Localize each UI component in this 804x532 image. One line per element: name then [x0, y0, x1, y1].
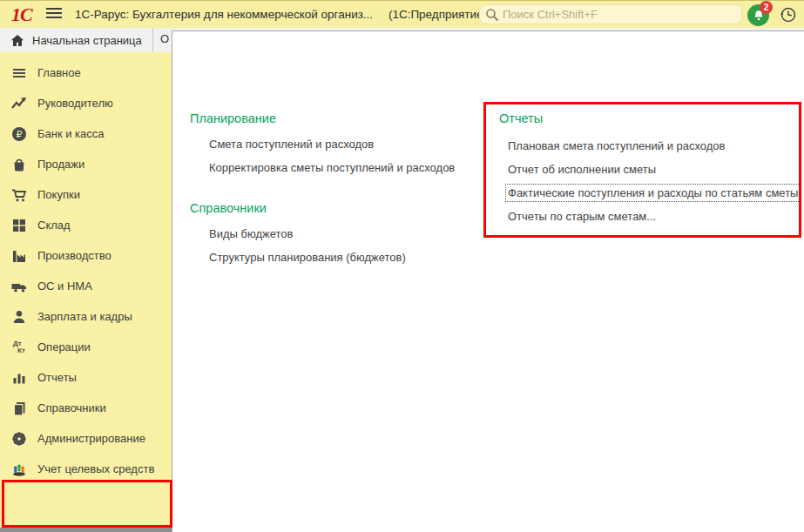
- tab-label: Начальная страница: [32, 34, 142, 47]
- sidebar-item-operations[interactable]: ДтКт Операции: [0, 332, 172, 362]
- sidebar-item-label: Главное: [37, 66, 81, 79]
- sidebar-item-label: Зарплата и кадры: [37, 310, 132, 323]
- factory-icon: [9, 246, 30, 266]
- sidebar-item-salary-hr[interactable]: Зарплата и кадры: [0, 301, 172, 332]
- person-icon: [9, 307, 30, 327]
- search-icon: [485, 8, 499, 22]
- tab-partial[interactable]: О: [160, 32, 169, 45]
- link-estimate-execution-report[interactable]: Отчет об исполнении сметы: [508, 163, 656, 176]
- sidebar-item-label: Учет целевых средств: [37, 462, 154, 475]
- link-actual-income-expense-report[interactable]: Фактические поступления и расходы по ста…: [505, 184, 801, 202]
- ruble-circle-icon: ₽: [9, 125, 30, 144]
- sidebar-item-label: Администрирование: [37, 432, 145, 445]
- window-title: 1С-Рарус: Бухгалтерия для некоммерческой…: [75, 8, 487, 21]
- section-title-planning: Планирование: [190, 111, 276, 125]
- gear-icon: [9, 429, 30, 448]
- trend-arrow-icon: [9, 94, 30, 113]
- link-old-estimates-reports[interactable]: Отчеты по старым сметам...: [508, 210, 656, 223]
- link-estimate-correction[interactable]: Корректировка сметы поступлений и расход…: [209, 161, 455, 174]
- sidebar-item-bank-cash[interactable]: ₽ Банк и касса: [0, 118, 172, 149]
- sidebar-item-production[interactable]: Производство: [0, 240, 172, 271]
- list-lines-icon: [9, 64, 30, 83]
- app-window: 1С 1С-Рарус: Бухгалтерия для некоммерчес…: [0, 0, 804, 532]
- app-name-suffix: (1С:Предприятие): [388, 8, 487, 21]
- sidebar-item-catalogs[interactable]: Справочники: [0, 393, 172, 423]
- sidebar-item-label: Операции: [37, 340, 91, 354]
- link-planned-estimate-report[interactable]: Плановая смета поступлений и расходов: [508, 139, 726, 152]
- bar-chart-icon: [9, 368, 30, 387]
- svg-text:₽: ₽: [17, 129, 23, 139]
- sidebar-item-main[interactable]: Главное: [0, 57, 172, 88]
- sidebar-item-administration[interactable]: Администрирование: [0, 423, 172, 454]
- tab-divider: [152, 28, 153, 52]
- sidebar-item-manager[interactable]: Руководителю: [0, 88, 172, 118]
- shopping-bag-icon: [9, 155, 30, 174]
- section-function-panel: [172, 30, 804, 532]
- history-button[interactable]: [779, 5, 798, 24]
- sidebar-item-label: Склад: [37, 219, 71, 232]
- sidebar-item-label: Продажи: [37, 158, 84, 171]
- window-bottom-edge: [0, 528, 172, 532]
- section-title-reports: Отчеты: [499, 111, 543, 125]
- window-title-text: 1С-Рарус: Бухгалтерия для некоммерческой…: [75, 8, 373, 21]
- truck-icon: [9, 277, 30, 296]
- sidebar-item-label: Банк и касса: [37, 127, 105, 140]
- sidebar-item-label: ОС и НМА: [37, 279, 92, 293]
- notifications-button[interactable]: 2: [747, 3, 772, 27]
- sidebar-item-target-funds[interactable]: Учет целевых средств: [0, 454, 172, 484]
- sidebar-item-label: Покупки: [37, 188, 80, 201]
- main-menu-icon[interactable]: [46, 8, 64, 22]
- debit-credit-icon: ДтКт: [9, 338, 30, 357]
- sidebar: Главное Руководителю ₽ Банк и касса Прод…: [0, 52, 172, 532]
- sidebar-item-sales[interactable]: Продажи: [0, 149, 172, 179]
- grid-boxes-icon: [9, 216, 30, 235]
- link-budget-types[interactable]: Виды бюджетов: [209, 227, 293, 240]
- sidebar-item-label: Отчеты: [37, 371, 77, 384]
- global-search[interactable]: [479, 4, 742, 24]
- sidebar-item-reports[interactable]: Отчеты: [0, 362, 172, 393]
- sidebar-item-label: Руководителю: [37, 97, 113, 110]
- tab-home-page[interactable]: Начальная страница: [0, 28, 142, 52]
- sidebar-item-fixed-assets[interactable]: ОС и НМА: [0, 271, 172, 301]
- home-icon: [10, 34, 24, 47]
- link-estimate[interactable]: Смета поступлений и расходов: [209, 138, 374, 151]
- history-clock-icon: [779, 5, 798, 24]
- notification-badge: 2: [760, 1, 773, 14]
- top-bar: 1С 1С-Рарус: Бухгалтерия для некоммерчес…: [0, 0, 804, 28]
- sidebar-item-label: Справочники: [37, 401, 106, 414]
- search-input[interactable]: [503, 6, 736, 23]
- sidebar-item-purchases[interactable]: Покупки: [0, 179, 172, 210]
- sidebar-item-warehouse[interactable]: Склад: [0, 210, 172, 240]
- people-group-icon: [9, 460, 30, 479]
- section-title-catalogs: Справочники: [190, 201, 267, 215]
- sidebar-item-label: Производство: [37, 249, 111, 262]
- shopping-cart-icon: [9, 185, 30, 205]
- stacked-pages-icon: [9, 399, 30, 418]
- 1c-logo: 1С: [11, 3, 32, 26]
- link-planning-structures[interactable]: Структуры планирования (бюджетов): [209, 251, 406, 264]
